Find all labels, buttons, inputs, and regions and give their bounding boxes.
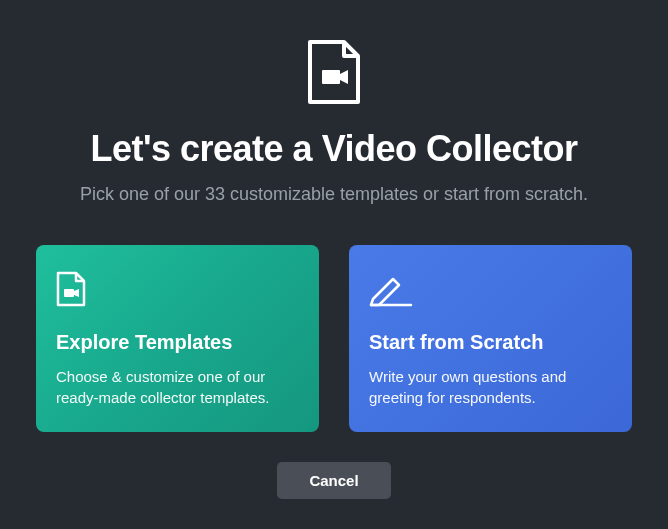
start-from-scratch-card[interactable]: Start from Scratch Write your own questi…	[349, 245, 632, 432]
page-subtitle: Pick one of our 33 customizable template…	[80, 184, 588, 205]
card-title: Start from Scratch	[369, 331, 612, 354]
cancel-button[interactable]: Cancel	[277, 462, 390, 499]
card-title: Explore Templates	[56, 331, 299, 354]
card-description: Write your own questions and greeting fo…	[369, 366, 612, 408]
modal-container: Let's create a Video Collector Pick one …	[0, 0, 668, 529]
option-cards: Explore Templates Choose & customize one…	[32, 245, 636, 432]
svg-rect-1	[64, 289, 74, 297]
template-document-icon	[56, 267, 299, 307]
page-title: Let's create a Video Collector	[90, 128, 577, 170]
explore-templates-card[interactable]: Explore Templates Choose & customize one…	[36, 245, 319, 432]
svg-rect-0	[322, 70, 340, 84]
video-document-icon	[306, 40, 362, 108]
pencil-icon	[369, 267, 612, 307]
card-description: Choose & customize one of our ready-made…	[56, 366, 299, 408]
